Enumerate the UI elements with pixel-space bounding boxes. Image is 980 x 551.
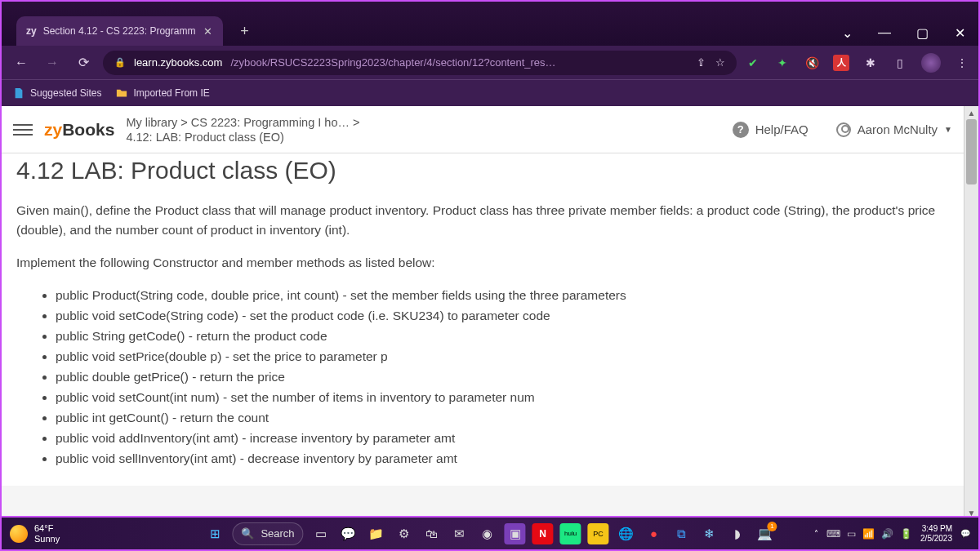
chat-icon[interactable]: 💬 <box>338 523 359 544</box>
weather-temp: 64°F <box>34 523 60 533</box>
clock[interactable]: 3:49 PM 2/5/2023 <box>920 524 952 544</box>
bookmark-label: Suggested Sites <box>30 87 101 99</box>
reading-list-icon[interactable]: ▯ <box>892 55 908 71</box>
bookmarks-bar: Suggested Sites Imported From IE <box>2 80 978 106</box>
paragraph: Given main(), define the Product class t… <box>16 201 949 240</box>
hamburger-menu-icon[interactable] <box>13 124 33 136</box>
battery-icon[interactable]: 🔋 <box>900 528 912 540</box>
reload-button[interactable]: ⟳ <box>72 51 95 74</box>
bookmark-imported-from-ie[interactable]: Imported From IE <box>116 87 209 99</box>
browser-toolbar: ← → ⟳ 🔒 learn.zybooks.com/zybook/RSUCS22… <box>2 46 978 80</box>
bookmark-star-icon[interactable]: ☆ <box>715 56 725 69</box>
date-text: 2/5/2023 <box>920 534 952 544</box>
app-icon[interactable]: ● <box>644 523 665 544</box>
list-item: public int getCount() - return the count <box>56 408 949 428</box>
store-icon[interactable]: 🛍 <box>421 523 443 544</box>
settings-icon[interactable]: ⚙ <box>394 523 415 544</box>
windows-taskbar: 64°F Sunny ⊞ 🔍 Search ▭ 💬 📁 ⚙ 🛍 ✉ ◉ ▣ N … <box>2 516 978 549</box>
mute-icon[interactable]: 🔇 <box>804 55 820 71</box>
app-icon[interactable]: ◗ <box>727 523 748 544</box>
chevron-down-icon: ▼ <box>944 125 952 134</box>
weather-condition: Sunny <box>34 534 60 544</box>
tab-favicon: zy <box>26 25 37 37</box>
forward-button[interactable]: → <box>41 51 64 74</box>
page-icon <box>13 87 24 99</box>
snowflake-icon[interactable]: ❄ <box>699 523 720 544</box>
breadcrumb-current: 4.12: LAB: Product class (EO) <box>126 131 359 144</box>
app-icon[interactable]: 🌐 <box>616 523 637 544</box>
page-viewport: zyBooks My library > CS 2223: Programmin… <box>2 106 978 519</box>
extensions-puzzle-icon[interactable]: ✱ <box>862 55 879 71</box>
address-bar[interactable]: 🔒 learn.zybooks.com/zybook/RSUCS2223Spri… <box>103 51 737 75</box>
start-button[interactable]: ⊞ <box>204 523 225 544</box>
keyboard-icon[interactable]: ⌨ <box>826 528 840 540</box>
chrome-icon[interactable]: ◉ <box>477 523 498 544</box>
tab-title: Section 4.12 - CS 2223: Programm <box>43 25 196 37</box>
help-faq-link[interactable]: ? Help/FAQ <box>733 122 808 138</box>
bookmark-label: Imported From IE <box>133 87 209 99</box>
browser-tab[interactable]: zy Section 4.12 - CS 2223: Programm ✕ <box>16 16 223 46</box>
list-item: public void setCode(String code) - set t… <box>56 306 949 326</box>
question-icon: ? <box>733 122 749 138</box>
maximize-button[interactable]: ▢ <box>903 20 941 46</box>
profile-avatar[interactable] <box>921 53 941 73</box>
user-menu[interactable]: Aaron McNulty ▼ <box>836 122 952 137</box>
zybooks-header: zyBooks My library > CS 2223: Programmin… <box>2 106 964 153</box>
volume-icon[interactable]: 🔊 <box>881 528 893 540</box>
minimize-button[interactable]: — <box>866 20 903 46</box>
list-item: public void addInventory(int amt) - incr… <box>56 429 949 448</box>
wifi-icon[interactable]: 📶 <box>862 528 875 540</box>
hulu-icon[interactable]: hulu <box>560 523 581 544</box>
chevron-up-icon[interactable]: ˄ <box>814 529 818 538</box>
task-view-icon[interactable]: ▭ <box>310 523 332 544</box>
app-icon[interactable]: PC <box>588 523 609 544</box>
scroll-up-icon[interactable]: ▲ <box>964 106 978 119</box>
mail-icon[interactable]: ✉ <box>449 523 470 544</box>
notifications-icon[interactable]: 💬 <box>960 529 970 538</box>
window-titlebar: zy Section 4.12 - CS 2223: Programm ✕ + … <box>2 2 978 46</box>
page-title: 4.12 LAB: Product class (EO) <box>16 157 949 184</box>
time-text: 3:49 PM <box>922 524 952 534</box>
file-explorer-icon[interactable]: 📁 <box>366 523 387 544</box>
app-icon[interactable]: 💻1 <box>755 523 776 544</box>
taskbar-center: ⊞ 🔍 Search ▭ 💬 📁 ⚙ 🛍 ✉ ◉ ▣ N hulu PC 🌐 ●… <box>204 522 775 545</box>
close-window-button[interactable]: ✕ <box>941 20 978 46</box>
breadcrumb-path: My library > CS 2223: Programming I ho… … <box>126 116 359 129</box>
lock-icon: 🔒 <box>114 57 126 68</box>
vertical-scrollbar[interactable]: ▲ ▼ <box>964 106 978 519</box>
window-controls: ⌄ — ▢ ✕ <box>828 20 978 46</box>
vscode-icon[interactable]: ⧉ <box>671 523 693 544</box>
paragraph: Implement the following Constructor and … <box>16 253 949 273</box>
taskbar-search[interactable]: 🔍 Search <box>232 522 303 545</box>
chevron-down-icon[interactable]: ⌄ <box>828 20 866 46</box>
search-icon: 🔍 <box>241 527 254 540</box>
list-item: public String getCode() - return the pro… <box>56 327 949 346</box>
menu-dots-icon[interactable]: ⋮ <box>954 55 970 71</box>
sun-icon <box>10 525 28 543</box>
list-item: public Product(String code, double price… <box>56 286 949 305</box>
method-list: public Product(String code, double price… <box>16 286 949 469</box>
zybooks-logo[interactable]: zyBooks <box>44 120 114 140</box>
new-tab-button[interactable]: + <box>233 20 256 42</box>
extension-icon[interactable]: ✦ <box>774 55 791 71</box>
scrollbar-thumb[interactable] <box>966 119 977 184</box>
list-item: public void sellInventory(int amt) - dec… <box>56 449 949 469</box>
shield-icon[interactable]: ✔ <box>745 55 761 71</box>
pdf-extension-icon[interactable]: 人 <box>833 55 849 71</box>
list-item: public void setPrice(double p) - set the… <box>56 347 949 367</box>
app-icon[interactable]: ▣ <box>505 523 526 544</box>
breadcrumb[interactable]: My library > CS 2223: Programming I ho… … <box>126 116 359 144</box>
url-domain: learn.zybooks.com <box>134 56 222 69</box>
display-icon[interactable]: ▭ <box>847 528 856 540</box>
lab-content: 4.12 LAB: Product class (EO) Given main(… <box>2 153 964 486</box>
weather-widget[interactable]: 64°F Sunny <box>10 523 60 543</box>
url-path: /zybook/RSUCS2223Spring2023/chapter/4/se… <box>230 56 555 69</box>
list-item: public double getPrice() - return the pr… <box>56 367 949 387</box>
user-icon <box>836 122 851 137</box>
system-tray: ˄ ⌨ ▭ 📶 🔊 🔋 3:49 PM 2/5/2023 💬 <box>814 524 970 544</box>
netflix-icon[interactable]: N <box>532 523 554 544</box>
bookmark-suggested-sites[interactable]: Suggested Sites <box>13 87 101 99</box>
tab-close-icon[interactable]: ✕ <box>202 25 213 37</box>
back-button[interactable]: ← <box>10 51 33 74</box>
share-icon[interactable]: ⇪ <box>697 56 706 69</box>
